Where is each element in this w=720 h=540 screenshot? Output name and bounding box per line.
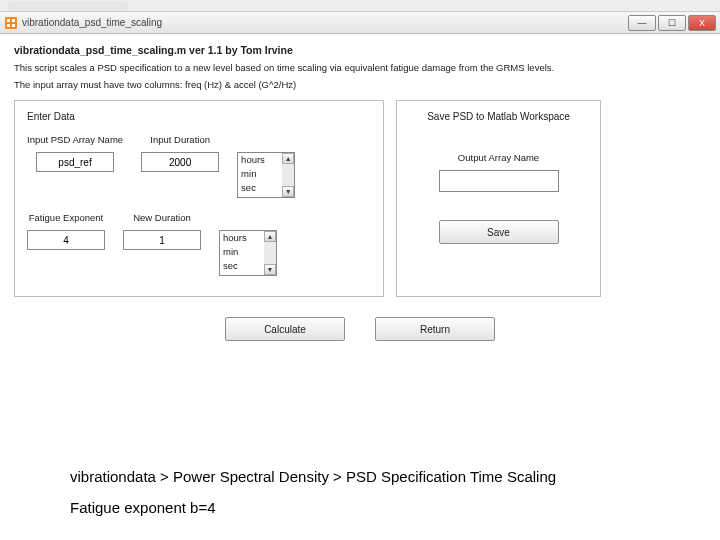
input-duration-label: Input Duration — [150, 134, 210, 146]
scroll-down-icon[interactable]: ▼ — [264, 264, 276, 275]
scroll-up-icon[interactable]: ▲ — [264, 231, 276, 242]
svg-rect-4 — [12, 24, 15, 27]
window-title: vibrationdata_psd_time_scaling — [22, 17, 628, 28]
svg-rect-0 — [5, 17, 17, 29]
script-title: vibrationdata_psd_time_scaling.m ver 1.1… — [14, 44, 706, 56]
input-duration-units-listbox[interactable]: hours min sec ▲ ▼ — [237, 152, 295, 198]
app-body: vibrationdata_psd_time_scaling.m ver 1.1… — [0, 34, 720, 347]
output-array-label: Output Array Name — [458, 152, 539, 164]
svg-rect-2 — [12, 19, 15, 22]
minimize-button[interactable]: — — [628, 15, 656, 31]
output-array-field[interactable] — [439, 170, 559, 192]
scroll-up-icon[interactable]: ▲ — [282, 153, 294, 164]
input-psd-array-field[interactable] — [36, 152, 114, 172]
caption-note: Fatigue exponent b=4 — [70, 499, 556, 516]
save-panel: Save PSD to Matlab Workspace Output Arra… — [396, 100, 601, 297]
description-line-1: This script scales a PSD specification t… — [14, 62, 706, 73]
fatigue-exponent-field[interactable] — [27, 230, 105, 250]
fatigue-exponent-label: Fatigue Exponent — [29, 212, 103, 224]
save-button[interactable]: Save — [439, 220, 559, 244]
browser-tab[interactable] — [8, 1, 128, 11]
new-duration-label: New Duration — [133, 212, 191, 224]
new-units-spacer — [247, 212, 250, 224]
scrollbar[interactable]: ▲ ▼ — [264, 231, 276, 275]
maximize-button[interactable]: ☐ — [658, 15, 686, 31]
input-units-spacer — [265, 134, 268, 146]
svg-rect-1 — [7, 19, 10, 22]
enter-data-header: Enter Data — [27, 111, 371, 122]
description-line-2: The input array must have two columns: f… — [14, 79, 706, 90]
close-button[interactable]: X — [688, 15, 716, 31]
breadcrumb: vibrationdata > Power Spectral Density >… — [70, 468, 556, 485]
window-titlebar: vibrationdata_psd_time_scaling — ☐ X — [0, 12, 720, 34]
new-duration-field[interactable] — [123, 230, 201, 250]
caption-block: vibrationdata > Power Spectral Density >… — [70, 468, 556, 516]
panel-row: Enter Data Input PSD Array Name Input Du… — [14, 100, 706, 297]
return-button[interactable]: Return — [375, 317, 495, 341]
new-duration-units-listbox[interactable]: hours min sec ▲ ▼ — [219, 230, 277, 276]
input-psd-array-label: Input PSD Array Name — [27, 134, 123, 146]
input-duration-field[interactable] — [141, 152, 219, 172]
scroll-down-icon[interactable]: ▼ — [282, 186, 294, 197]
calculate-button[interactable]: Calculate — [225, 317, 345, 341]
bottom-button-row: Calculate Return — [14, 317, 706, 341]
app-icon — [4, 16, 18, 30]
window-controls: — ☐ X — [628, 15, 716, 31]
scrollbar[interactable]: ▲ ▼ — [282, 153, 294, 197]
enter-data-panel: Enter Data Input PSD Array Name Input Du… — [14, 100, 384, 297]
browser-tab-strip — [0, 0, 720, 12]
save-panel-header: Save PSD to Matlab Workspace — [409, 111, 588, 122]
svg-rect-3 — [7, 24, 10, 27]
